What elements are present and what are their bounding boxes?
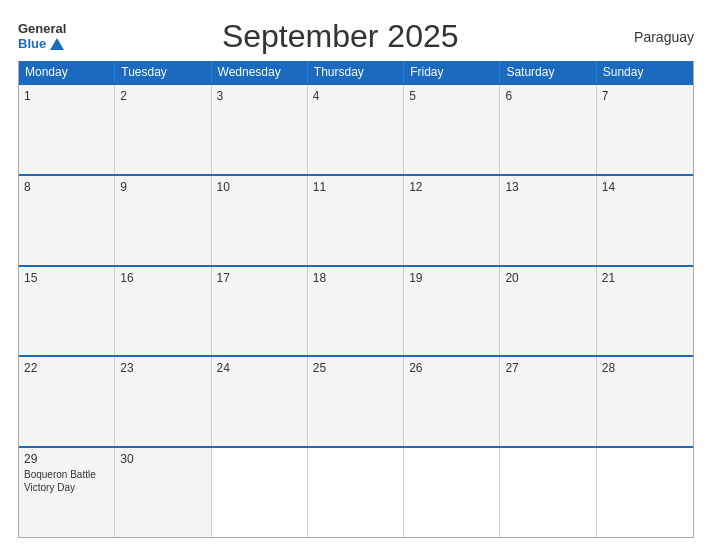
week-row-4: 22232425262728 — [19, 355, 693, 446]
day-cell: 21 — [597, 267, 693, 356]
day-header-wednesday: Wednesday — [212, 61, 308, 83]
day-number: 8 — [24, 180, 109, 194]
week-row-2: 891011121314 — [19, 174, 693, 265]
day-header-sunday: Sunday — [597, 61, 693, 83]
logo: General Blue — [18, 22, 66, 51]
calendar-title: September 2025 — [66, 18, 614, 55]
day-number: 17 — [217, 271, 302, 285]
day-number: 11 — [313, 180, 398, 194]
day-cell: 27 — [500, 357, 596, 446]
day-cell: 30 — [115, 448, 211, 537]
day-cell — [597, 448, 693, 537]
day-number: 24 — [217, 361, 302, 375]
day-number: 3 — [217, 89, 302, 103]
weeks-container: 1234567891011121314151617181920212223242… — [19, 83, 693, 537]
day-number: 29 — [24, 452, 109, 466]
day-cell — [308, 448, 404, 537]
week-row-1: 1234567 — [19, 83, 693, 174]
day-event: Boqueron Battle Victory Day — [24, 468, 109, 494]
day-cell — [500, 448, 596, 537]
header: General Blue September 2025 Paraguay — [18, 18, 694, 55]
day-cell — [212, 448, 308, 537]
calendar-page: General Blue September 2025 Paraguay Mon… — [0, 0, 712, 550]
logo-blue-text: Blue — [18, 37, 46, 51]
day-number: 21 — [602, 271, 688, 285]
day-number: 7 — [602, 89, 688, 103]
logo-triangle-icon — [50, 38, 64, 50]
week-row-3: 15161718192021 — [19, 265, 693, 356]
day-cell: 11 — [308, 176, 404, 265]
day-cell: 3 — [212, 85, 308, 174]
day-cell: 15 — [19, 267, 115, 356]
day-number: 9 — [120, 180, 205, 194]
day-cell: 5 — [404, 85, 500, 174]
calendar-grid: MondayTuesdayWednesdayThursdayFridaySatu… — [18, 61, 694, 538]
day-number: 1 — [24, 89, 109, 103]
day-number: 5 — [409, 89, 494, 103]
day-cell: 1 — [19, 85, 115, 174]
day-cell: 8 — [19, 176, 115, 265]
day-cell: 29Boqueron Battle Victory Day — [19, 448, 115, 537]
day-cell: 13 — [500, 176, 596, 265]
day-number: 16 — [120, 271, 205, 285]
day-cell — [404, 448, 500, 537]
day-number: 12 — [409, 180, 494, 194]
day-number: 4 — [313, 89, 398, 103]
day-number: 19 — [409, 271, 494, 285]
day-cell: 14 — [597, 176, 693, 265]
day-cell: 25 — [308, 357, 404, 446]
day-cell: 18 — [308, 267, 404, 356]
day-cell: 12 — [404, 176, 500, 265]
day-header-friday: Friday — [404, 61, 500, 83]
day-header-saturday: Saturday — [500, 61, 596, 83]
day-cell: 4 — [308, 85, 404, 174]
day-cell: 6 — [500, 85, 596, 174]
day-cell: 24 — [212, 357, 308, 446]
day-cell: 2 — [115, 85, 211, 174]
day-header-tuesday: Tuesday — [115, 61, 211, 83]
day-number: 20 — [505, 271, 590, 285]
day-number: 6 — [505, 89, 590, 103]
day-number: 15 — [24, 271, 109, 285]
day-number: 2 — [120, 89, 205, 103]
day-cell: 9 — [115, 176, 211, 265]
country-label: Paraguay — [614, 29, 694, 45]
day-number: 10 — [217, 180, 302, 194]
day-number: 18 — [313, 271, 398, 285]
day-headers-row: MondayTuesdayWednesdayThursdayFridaySatu… — [19, 61, 693, 83]
day-cell: 26 — [404, 357, 500, 446]
day-header-monday: Monday — [19, 61, 115, 83]
day-header-thursday: Thursday — [308, 61, 404, 83]
logo-general-text: General — [18, 22, 66, 36]
day-number: 27 — [505, 361, 590, 375]
week-row-5: 29Boqueron Battle Victory Day30 — [19, 446, 693, 537]
day-cell: 23 — [115, 357, 211, 446]
day-number: 28 — [602, 361, 688, 375]
day-cell: 22 — [19, 357, 115, 446]
day-cell: 17 — [212, 267, 308, 356]
logo-blue-container: Blue — [18, 37, 64, 51]
day-cell: 20 — [500, 267, 596, 356]
day-cell: 7 — [597, 85, 693, 174]
day-number: 30 — [120, 452, 205, 466]
day-cell: 10 — [212, 176, 308, 265]
day-cell: 28 — [597, 357, 693, 446]
day-number: 14 — [602, 180, 688, 194]
day-number: 13 — [505, 180, 590, 194]
day-number: 26 — [409, 361, 494, 375]
day-number: 22 — [24, 361, 109, 375]
day-number: 23 — [120, 361, 205, 375]
day-cell: 16 — [115, 267, 211, 356]
day-number: 25 — [313, 361, 398, 375]
day-cell: 19 — [404, 267, 500, 356]
